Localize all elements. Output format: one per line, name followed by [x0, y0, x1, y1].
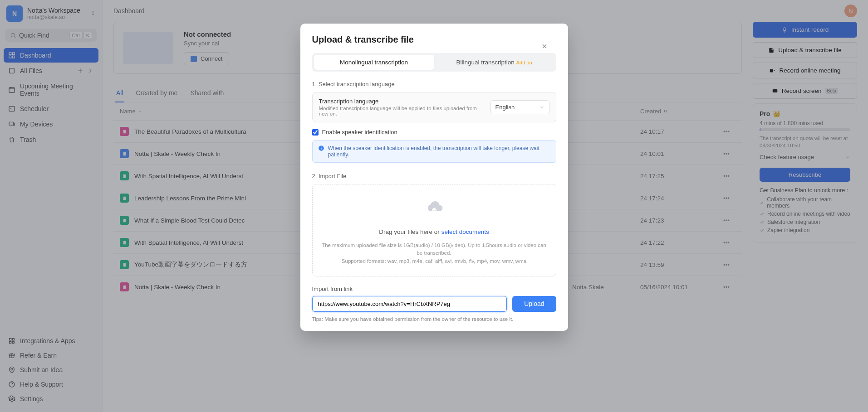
step-1-label: 1. Select transcription language	[312, 81, 556, 87]
modal-title: Upload & transcribe file	[312, 34, 556, 45]
close-icon	[541, 43, 548, 50]
language-box: Transcription language Modified transcri…	[312, 92, 556, 122]
tab-bilingual[interactable]: Bilingual transcriptionAdd on	[434, 55, 554, 70]
lang-sub: Modified transcription language will be …	[319, 106, 483, 116]
speaker-id-checkbox-row[interactable]: Enable speaker identification	[312, 129, 556, 136]
speaker-info-banner: When the speaker identification is enabl…	[312, 140, 556, 163]
lang-title: Transcription language	[319, 98, 483, 105]
chevron-down-icon	[539, 105, 544, 110]
modal-close-button[interactable]	[541, 43, 548, 51]
select-documents-link[interactable]: select documents	[441, 228, 489, 235]
upload-cloud-icon	[322, 200, 547, 219]
info-icon	[318, 145, 324, 151]
transcription-mode-tabs: Monolingual transcription Bilingual tran…	[312, 53, 556, 72]
upload-transcribe-modal: Upload & transcribe file Monolingual tra…	[300, 24, 568, 331]
import-link-input[interactable]	[312, 296, 507, 312]
tab-monolingual[interactable]: Monolingual transcription	[314, 55, 434, 70]
import-tips: Tips: Make sure you have obtained permis…	[312, 316, 556, 322]
fine-print-2: Supported formats: wav, mp3, m4a, caf, a…	[322, 257, 547, 265]
speaker-label: Enable speaker identification	[322, 129, 397, 136]
import-from-link-label: Import from link	[312, 286, 556, 292]
svg-rect-31	[321, 148, 321, 150]
file-drop-zone[interactable]: Drag your files here or select documents…	[312, 184, 556, 276]
modal-backdrop[interactable]: Upload & transcribe file Monolingual tra…	[0, 0, 868, 412]
step-2-label: 2. Import File	[312, 173, 556, 179]
svg-point-32	[321, 146, 321, 147]
language-select[interactable]: English	[490, 100, 549, 114]
drag-text: Drag your files here or	[379, 228, 441, 235]
upload-button[interactable]: Upload	[512, 296, 556, 312]
speaker-id-checkbox[interactable]	[312, 129, 319, 136]
fine-print-1: The maximum uploaded file size is 1GB(au…	[322, 242, 547, 257]
